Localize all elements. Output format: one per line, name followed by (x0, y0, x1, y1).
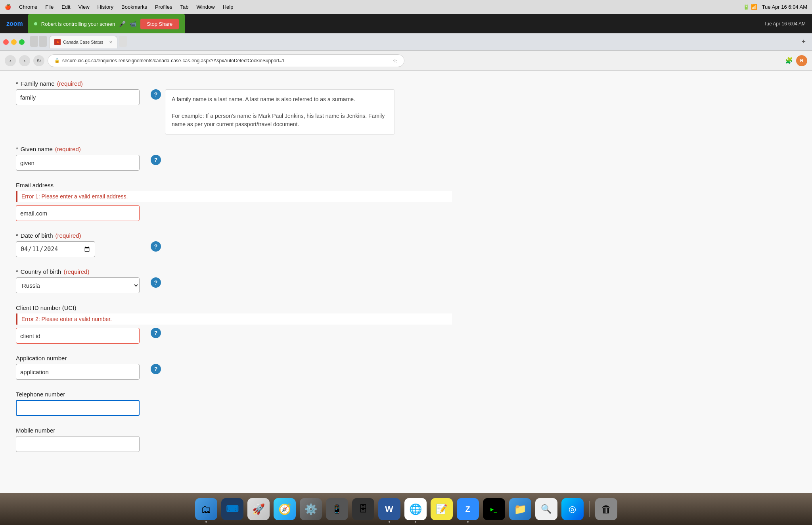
given-name-group: * Given name (required) ? (16, 146, 452, 171)
extensions-icon[interactable]: 🧩 (785, 57, 793, 64)
tab-group-2[interactable] (39, 36, 47, 47)
tab-more[interactable] (119, 36, 127, 47)
files-icon: 📁 (514, 503, 527, 515)
telephone-input[interactable] (16, 400, 140, 416)
new-tab-button[interactable]: + (798, 38, 809, 46)
telephone-group: Telephone number (16, 391, 452, 416)
dob-input[interactable] (16, 241, 95, 257)
dob-help-icon[interactable]: ? (151, 241, 161, 252)
dock-rclone[interactable]: 🔍 (535, 498, 557, 520)
finder-icon: 🗂 (201, 503, 211, 515)
codeshot-icon: ◎ (569, 504, 576, 514)
dock-codeshot[interactable]: ◎ (561, 498, 584, 520)
family-name-group: * Family name (required) ? A family name… (16, 80, 452, 135)
stop-share-button[interactable]: Stop Share (140, 19, 179, 29)
simulator-icon: 📱 (331, 504, 342, 514)
dock-safari[interactable]: 🧭 (274, 498, 296, 520)
apple-menu[interactable]: 🍎 (5, 4, 11, 10)
chrome-dot (415, 521, 416, 523)
family-name-input[interactable] (16, 89, 140, 105)
url-text: secure.cic.gc.ca/enquiries-renseignement… (62, 58, 285, 63)
dock-sequel[interactable]: 🗄 (352, 498, 374, 520)
client-id-label: Client ID number (UCI) (16, 304, 452, 311)
tab-bar: 🍁 Canada Case Status ✕ + (0, 33, 812, 51)
dock-vscode[interactable]: ⌨ (221, 498, 243, 520)
clock: Tue Apr 16 6:04 AM (762, 4, 807, 10)
dock-separator (589, 501, 590, 517)
dock-terminal[interactable]: ▶_ (483, 498, 505, 520)
client-id-help-icon[interactable]: ? (151, 328, 161, 338)
mic-icon[interactable]: 🎤 (119, 21, 126, 27)
given-name-row: ? (16, 155, 452, 171)
dock-finder[interactable]: 🗂 (195, 498, 217, 520)
reload-button[interactable]: ↻ (33, 55, 44, 66)
menu-file[interactable]: File (45, 4, 54, 10)
notes-icon: 📝 (436, 504, 448, 515)
family-name-right: ? A family name is a last name. A last n… (151, 89, 452, 135)
mobile-input[interactable] (16, 436, 140, 452)
safari-icon: 🧭 (278, 503, 291, 515)
zoom-logo: zoom (6, 20, 23, 27)
country-label: * Country of birth (required) (16, 268, 452, 275)
menu-profiles[interactable]: Profiles (155, 4, 172, 10)
bookmark-icon[interactable]: ☆ (393, 58, 398, 64)
given-name-required: (required) (55, 146, 81, 152)
menu-edit[interactable]: Edit (61, 4, 70, 10)
launchpad-icon: 🚀 (252, 503, 265, 515)
dock-word[interactable]: W (378, 498, 400, 520)
tab-close-button[interactable]: ✕ (109, 40, 112, 44)
family-name-help-icon[interactable]: ? (151, 89, 161, 100)
app-number-input[interactable] (16, 364, 140, 380)
zoom-time: Tue Apr 16 6:04 AM (764, 21, 806, 27)
telephone-row (16, 400, 452, 416)
dob-required: (required) (56, 232, 81, 239)
family-name-required: (required) (57, 80, 83, 87)
client-id-input[interactable] (16, 328, 140, 344)
menu-bookmarks[interactable]: Bookmarks (121, 4, 147, 10)
dock-notes[interactable]: 📝 (431, 498, 453, 520)
mobile-row (16, 436, 452, 452)
maximize-button[interactable] (19, 39, 25, 45)
email-group: Email address Error 1: Please enter a va… (16, 182, 452, 221)
system-icons: 🔋 📶 (743, 4, 757, 10)
dock-trash[interactable]: 🗑 (595, 498, 617, 520)
word-dot (389, 521, 390, 523)
dock-chrome[interactable]: 🌐 (404, 498, 427, 520)
dock-simulator[interactable]: 📱 (326, 498, 348, 520)
dock-launchpad[interactable]: 🚀 (247, 498, 270, 520)
family-name-help-text2: For example: If a person's name is Mark … (172, 112, 388, 129)
system-prefs-icon: ⚙️ (304, 503, 317, 515)
close-button[interactable] (3, 39, 9, 45)
profile-avatar[interactable]: R (796, 55, 807, 66)
cam-icon[interactable]: 📹 (130, 21, 136, 27)
menu-tab[interactable]: Tab (180, 4, 188, 10)
dock-files[interactable]: 📁 (509, 498, 531, 520)
country-select[interactable]: Russia Canada United States United Kingd… (16, 277, 140, 293)
dock-zoom[interactable]: Z (457, 498, 479, 520)
menu-chrome[interactable]: Chrome (19, 4, 37, 10)
address-field[interactable]: 🔒 secure.cic.gc.ca/enquiries-renseigneme… (48, 54, 404, 67)
active-tab[interactable]: 🍁 Canada Case Status ✕ (49, 36, 117, 48)
menu-history[interactable]: History (98, 4, 113, 10)
dock-system-preferences[interactable]: ⚙️ (300, 498, 322, 520)
traffic-lights[interactable] (3, 39, 25, 45)
country-help-icon[interactable]: ? (151, 277, 161, 288)
client-id-error: Error 2: Please enter a valid number. (16, 313, 452, 325)
app-number-help-icon[interactable]: ? (151, 364, 161, 374)
email-row (16, 205, 452, 221)
email-input[interactable] (16, 205, 140, 221)
chrome-icon: 🌐 (409, 503, 422, 515)
email-error: Error 1: Please enter a valid email addr… (16, 191, 452, 202)
rclone-icon: 🔍 (541, 504, 552, 514)
trash-icon: 🗑 (601, 503, 611, 515)
back-button[interactable]: ‹ (5, 55, 16, 66)
tab-group-1[interactable] (30, 36, 38, 47)
minimize-button[interactable] (11, 39, 17, 45)
given-name-help-icon[interactable]: ? (151, 155, 161, 165)
page-content: * Family name (required) ? A family name… (0, 71, 812, 493)
menu-window[interactable]: Window (196, 4, 214, 10)
given-name-input[interactable] (16, 155, 140, 171)
menu-view[interactable]: View (79, 4, 90, 10)
forward-button[interactable]: › (19, 55, 30, 66)
menu-help[interactable]: Help (223, 4, 234, 10)
